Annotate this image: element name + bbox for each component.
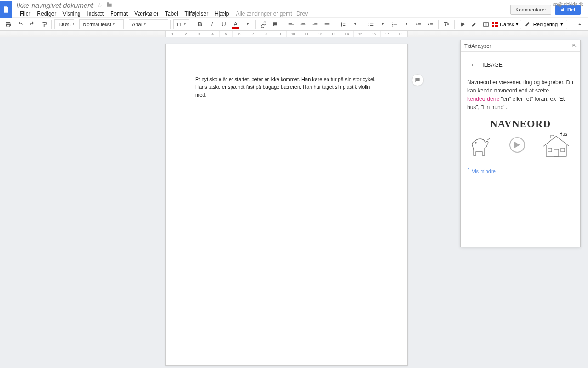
print-icon[interactable] bbox=[3, 19, 14, 29]
addon-dictionary-icon[interactable] bbox=[481, 19, 492, 29]
save-status: Alle ændringer er gemt i Drev bbox=[236, 11, 308, 17]
figure-title: NAVNEORD bbox=[467, 118, 574, 130]
show-less-toggle[interactable]: ˄ Vis mindre bbox=[467, 168, 574, 174]
figure-label-hus: Hus bbox=[559, 132, 567, 137]
collapse-toolbar-icon[interactable] bbox=[574, 19, 585, 29]
comments-button[interactable]: Kommentarer bbox=[510, 5, 551, 15]
svg-point-3 bbox=[392, 22, 393, 23]
menu-hjaelp[interactable]: Hjælp bbox=[211, 10, 232, 18]
align-justify-icon[interactable] bbox=[322, 19, 333, 29]
menu-tabel[interactable]: Tabel bbox=[162, 10, 181, 18]
dog-icon bbox=[470, 132, 493, 157]
menu-rediger[interactable]: Rediger bbox=[34, 10, 59, 18]
line-spacing-caret[interactable]: ▾ bbox=[350, 19, 361, 29]
docs-logo[interactable] bbox=[0, 1, 12, 18]
language-dropdown[interactable]: Dansk▾ bbox=[492, 21, 519, 27]
star-icon[interactable]: ☆ bbox=[97, 2, 102, 9]
move-folder-icon[interactable] bbox=[106, 1, 113, 9]
add-comment-bubble[interactable] bbox=[412, 74, 424, 86]
bulleted-list-caret[interactable]: ▾ bbox=[401, 19, 412, 29]
text-color-icon[interactable]: A bbox=[230, 19, 241, 29]
menu-tilfoejelser[interactable]: Tilføjelser bbox=[181, 10, 212, 18]
document-page[interactable]: Et nyt skole år er startet. peter er ikk… bbox=[165, 44, 408, 366]
paint-format-icon[interactable] bbox=[39, 19, 50, 29]
undo-icon[interactable] bbox=[15, 19, 26, 29]
toolbar: 100%▾ Normal tekst▾ Arial▾ 11▾ B I U A ▾… bbox=[0, 17, 588, 30]
svg-point-9 bbox=[475, 142, 476, 143]
align-center-icon[interactable] bbox=[298, 19, 309, 29]
link-icon[interactable] bbox=[258, 19, 269, 29]
outdent-icon[interactable] bbox=[413, 19, 424, 29]
menu-visning[interactable]: Visning bbox=[59, 10, 84, 18]
ruler[interactable]: 123456789101112131415161718 bbox=[0, 31, 588, 37]
svg-rect-12 bbox=[561, 148, 565, 152]
clear-formatting-icon[interactable]: T× bbox=[441, 19, 452, 29]
paragraph-style-dropdown[interactable]: Normal tekst▾ bbox=[79, 19, 124, 29]
editing-mode-dropdown[interactable]: Redigering▾ bbox=[520, 20, 567, 29]
user-email[interactable]: sp@wizkids.dk bbox=[553, 2, 583, 7]
svg-rect-11 bbox=[548, 148, 552, 152]
svg-rect-10 bbox=[554, 149, 559, 156]
svg-rect-0 bbox=[5, 9, 7, 9]
addon-play-icon[interactable] bbox=[457, 19, 468, 29]
panel-description: Navneord er væsener, ting og begreber. D… bbox=[467, 78, 574, 111]
align-right-icon[interactable] bbox=[310, 19, 321, 29]
svg-rect-1 bbox=[5, 10, 7, 10]
underline-icon[interactable]: U bbox=[218, 19, 229, 29]
document-title[interactable]: Ikke-navngivet dokument bbox=[17, 1, 93, 9]
svg-point-4 bbox=[392, 24, 393, 25]
panel-figure: NAVNEORD Hus bbox=[467, 118, 574, 157]
line-spacing-icon[interactable] bbox=[338, 19, 349, 29]
play-video-button[interactable] bbox=[509, 137, 525, 153]
italic-icon[interactable]: I bbox=[206, 19, 217, 29]
menu-filer[interactable]: Filer bbox=[17, 10, 34, 18]
svg-rect-2 bbox=[5, 11, 6, 11]
font-size-dropdown[interactable]: 11▾ bbox=[173, 19, 190, 29]
document-body-text[interactable]: Et nyt skole år er startet. peter er ikk… bbox=[195, 75, 378, 99]
svg-rect-8 bbox=[492, 24, 498, 25]
arrow-left-icon: ← bbox=[471, 62, 476, 68]
panel-popout-icon[interactable]: ⇱ bbox=[572, 43, 577, 49]
indent-icon[interactable] bbox=[425, 19, 436, 29]
bold-icon[interactable]: B bbox=[194, 19, 205, 29]
numbered-list-caret[interactable]: ▾ bbox=[377, 19, 388, 29]
addon-highlight-icon[interactable] bbox=[469, 19, 480, 29]
panel-title: TxtAnalyser bbox=[464, 43, 491, 49]
bulleted-list-icon[interactable] bbox=[389, 19, 400, 29]
comment-icon[interactable] bbox=[270, 19, 281, 29]
document-canvas[interactable]: Et nyt skole år er startet. peter er ikk… bbox=[0, 37, 588, 368]
menu-format[interactable]: Format bbox=[107, 10, 131, 18]
chevron-up-icon: ˄ bbox=[467, 168, 470, 174]
font-dropdown[interactable]: Arial▾ bbox=[129, 19, 168, 29]
text-color-caret[interactable]: ▾ bbox=[242, 19, 253, 29]
txtanalyser-panel: TxtAnalyser ⇱ ← TILBAGE Navneord er væse… bbox=[460, 40, 581, 247]
redo-icon[interactable] bbox=[27, 19, 38, 29]
numbered-list-icon[interactable] bbox=[366, 19, 377, 29]
menubar: Filer Rediger Visning Indsæt Format Værk… bbox=[17, 9, 510, 18]
menu-vaerktoejer[interactable]: Værktøjer bbox=[131, 10, 162, 18]
share-label: Del bbox=[567, 7, 575, 12]
align-left-icon[interactable] bbox=[286, 19, 297, 29]
zoom-dropdown[interactable]: 100%▾ bbox=[54, 19, 74, 29]
panel-back-button[interactable]: ← TILBAGE bbox=[471, 62, 574, 68]
menu-indsaet[interactable]: Indsæt bbox=[84, 10, 107, 18]
svg-point-5 bbox=[392, 25, 393, 26]
